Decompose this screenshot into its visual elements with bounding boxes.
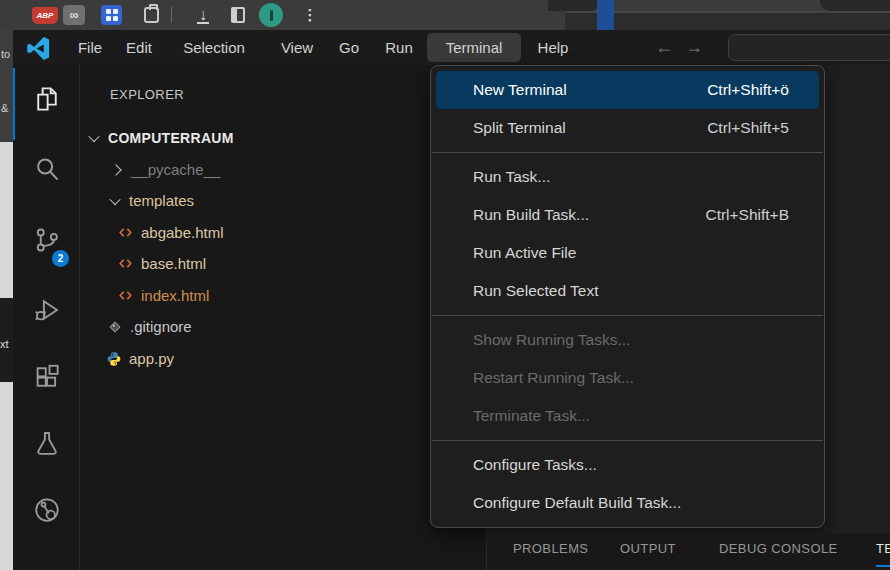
file-label: .gitignore (130, 318, 192, 335)
clipboard-extension-icon[interactable] (140, 5, 162, 25)
menu-separator (432, 440, 823, 441)
menuitem-label: Run Active File (473, 244, 576, 262)
menuitem-label: Run Build Task... (473, 206, 589, 224)
browser-tab-curve-right (820, 0, 890, 11)
chevron-right-icon (110, 164, 121, 175)
menuitem-label: Terminate Task... (473, 407, 590, 425)
run-debug-icon[interactable] (31, 294, 63, 326)
menu-terminal[interactable]: Terminal (427, 33, 521, 62)
menuitem-restart-running-task: Restart Running Task... (431, 359, 824, 397)
menuitem-terminate-task: Terminate Task... (431, 397, 824, 435)
active-tab-underline (876, 565, 890, 567)
menu-help[interactable]: Help (527, 33, 579, 62)
menu-view[interactable]: View (270, 33, 324, 62)
menuitem-show-running-tasks: Show Running Tasks... (431, 321, 824, 359)
adblock-icon[interactable]: ABP (32, 7, 58, 24)
tab-terminal[interactable]: TE (876, 541, 890, 556)
menuitem-shortcut: Ctrl+Shift+5 (707, 119, 789, 137)
tab-output[interactable]: OUTPUT (620, 541, 676, 556)
tree-file-abgabe[interactable]: abgabe.html (80, 217, 486, 248)
file-label: index.html (141, 287, 209, 304)
command-center-searchbox[interactable] (728, 34, 890, 61)
toolbar-divider (171, 7, 172, 23)
menuitem-label: Show Running Tasks... (473, 331, 630, 349)
background-text-fragment: to (1, 48, 10, 60)
sidebar-toggle-icon[interactable] (229, 5, 247, 25)
menuitem-label: New Terminal (473, 81, 567, 99)
explorer-icon[interactable] (31, 83, 63, 115)
menuitem-configure-tasks[interactable]: Configure Tasks... (431, 446, 824, 484)
extension-icon[interactable] (101, 5, 122, 25)
background-window-dark-block: to & (0, 30, 13, 142)
tree-folder-templates[interactable]: templates (80, 185, 486, 216)
dot-grid (106, 9, 118, 21)
terminal-dropdown-menu: New Terminal Ctrl+Shift+ö Split Terminal… (430, 65, 825, 528)
background-browser-toolbar: ABP ∞ ↓ ⋮ (0, 0, 890, 30)
root-folder-label: COMPUTERRAUM (108, 130, 234, 146)
menu-edit[interactable]: Edit (116, 33, 162, 62)
menu-run[interactable]: Run (374, 33, 424, 62)
file-label: base.html (141, 255, 206, 272)
html-file-icon (117, 225, 134, 240)
menuitem-run-build-task[interactable]: Run Build Task... Ctrl+Shift+B (431, 196, 824, 234)
menuitem-label: Restart Running Task... (473, 369, 634, 387)
tab-problems[interactable]: PROBLEMS (513, 541, 588, 556)
folder-label: templates (129, 192, 194, 209)
vscode-logo-icon (27, 37, 50, 60)
tree-root-computerraum[interactable]: COMPUTERRAUM (80, 122, 486, 153)
file-label: app.py (129, 350, 174, 367)
tree-file-apppy[interactable]: app.py (80, 343, 486, 374)
menu-go[interactable]: Go (330, 33, 368, 62)
extensions-icon[interactable] (31, 361, 63, 393)
tree-file-index[interactable]: index.html (80, 280, 486, 311)
testing-flask-icon[interactable] (31, 427, 63, 459)
browser-tab-curve-left (548, 0, 600, 11)
menuitem-run-active-file[interactable]: Run Active File (431, 234, 824, 272)
file-label: abgabe.html (141, 224, 224, 241)
background-window-sliver: to & xt (0, 30, 13, 570)
chevron-down-icon (109, 193, 120, 204)
active-view-indicator (13, 68, 15, 140)
nav-forward-icon[interactable]: → (685, 33, 703, 62)
menuitem-configure-default-build-task[interactable]: Configure Default Build Task... (431, 484, 824, 522)
resource-inspector-icon[interactable] (31, 494, 63, 526)
nav-back-icon[interactable]: ← (655, 33, 673, 62)
html-file-icon (117, 256, 134, 271)
html-file-icon (117, 288, 134, 303)
menuitem-shortcut: Ctrl+Shift+B (705, 206, 789, 224)
menuitem-label: Configure Tasks... (473, 456, 597, 474)
menu-separator (432, 152, 823, 153)
screen: ABP ∞ ↓ ⋮ to & xt File Edit Selection Vi… (0, 0, 890, 570)
download-icon[interactable]: ↓ (192, 5, 214, 25)
python-file-icon (106, 351, 122, 367)
folder-label: __pycache__ (131, 161, 220, 178)
menuitem-new-terminal[interactable]: New Terminal Ctrl+Shift+ö (436, 71, 819, 109)
tree-file-gitignore[interactable]: .gitignore (80, 311, 486, 342)
chevron-down-icon (88, 130, 99, 141)
menuitem-run-task[interactable]: Run Task... (431, 158, 824, 196)
profile-icon[interactable] (259, 3, 283, 27)
source-control-badge: 2 (52, 250, 69, 267)
menuitem-shortcut: Ctrl+Shift+ö (707, 81, 789, 99)
browser-active-tab-mark (597, 0, 614, 30)
menu-selection[interactable]: Selection (168, 33, 260, 62)
menuitem-split-terminal[interactable]: Split Terminal Ctrl+Shift+5 (431, 109, 824, 147)
search-icon[interactable] (31, 153, 63, 185)
extension-icon[interactable]: ∞ (63, 5, 85, 25)
explorer-header: EXPLORER (110, 87, 184, 102)
background-text-fragment: & (1, 102, 8, 114)
tree-folder-pycache[interactable]: __pycache__ (80, 154, 486, 185)
menuitem-label: Run Selected Text (473, 282, 599, 300)
menuitem-label: Run Task... (473, 168, 550, 186)
menu-file[interactable]: File (68, 33, 112, 62)
background-window-dark-block: xt (0, 298, 13, 382)
git-file-icon (107, 319, 123, 335)
menuitem-label: Configure Default Build Task... (473, 494, 681, 512)
menuitem-run-selected-text[interactable]: Run Selected Text (431, 272, 824, 310)
background-text-fragment: xt (0, 338, 9, 350)
tab-debug-console[interactable]: DEBUG CONSOLE (719, 541, 838, 556)
menuitem-label: Split Terminal (473, 119, 566, 137)
menu-separator (432, 315, 823, 316)
overflow-menu-icon[interactable]: ⋮ (303, 5, 317, 25)
tree-file-base[interactable]: base.html (80, 248, 486, 279)
